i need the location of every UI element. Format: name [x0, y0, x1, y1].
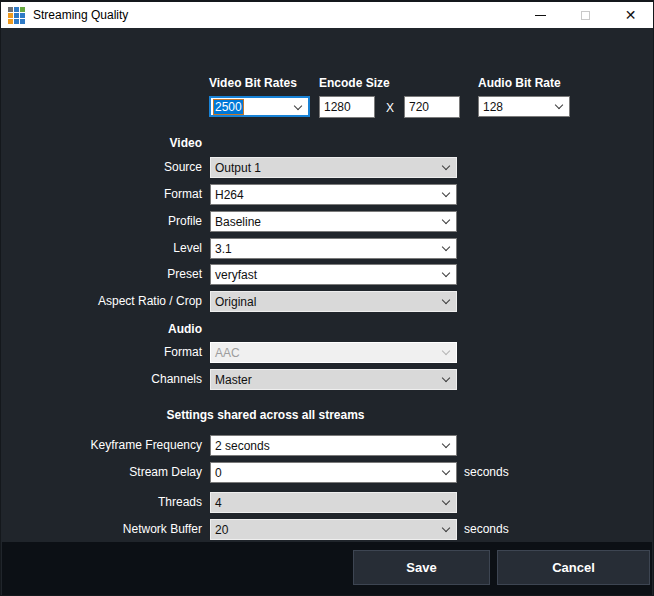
save-button[interactable]: Save: [353, 550, 490, 585]
keyframe-frequency-label: Keyframe Frequency: [2, 435, 202, 456]
audio-bit-rate-combobox[interactable]: 128: [478, 96, 570, 117]
cancel-button[interactable]: Cancel: [497, 550, 650, 585]
stream-delay-suffix: seconds: [464, 462, 509, 483]
source-value: Output 1: [215, 161, 261, 175]
chevron-down-icon[interactable]: [442, 497, 450, 505]
preset-value: veryfast: [215, 268, 257, 282]
audio-format-value: AAC: [215, 346, 240, 360]
title-bar: Streaming Quality ✕: [1, 2, 653, 28]
profile-label: Profile: [2, 211, 202, 232]
network-buffer-suffix: seconds: [464, 519, 509, 540]
keyframe-frequency-value: 2 seconds: [215, 439, 270, 453]
format-label: Format: [2, 184, 202, 205]
video-bit-rates-label: Video Bit Rates: [209, 76, 297, 90]
chevron-down-icon[interactable]: [442, 216, 450, 224]
level-value: 3.1: [215, 242, 232, 256]
channels-combobox[interactable]: Master: [210, 369, 457, 390]
maximize-button: [563, 2, 608, 28]
stream-delay-label: Stream Delay: [2, 462, 202, 483]
stream-delay-combobox[interactable]: 0: [210, 462, 457, 483]
chevron-down-icon[interactable]: [294, 102, 302, 110]
vmix-logo-icon: [8, 7, 25, 24]
video-bit-rate-value: 2500: [214, 100, 243, 114]
format-combobox[interactable]: H264: [210, 184, 457, 205]
aspect-ratio-crop-combobox[interactable]: Original: [210, 291, 457, 312]
dialog-footer: Save Cancel: [2, 542, 652, 595]
level-label: Level: [2, 238, 202, 259]
aspect-ratio-crop-value: Original: [215, 295, 256, 309]
chevron-down-icon[interactable]: [442, 440, 450, 448]
encode-width-input[interactable]: 1280: [319, 96, 375, 118]
profile-value: Baseline: [215, 215, 261, 229]
audio-bit-rate-value: 128: [483, 100, 503, 114]
chevron-down-icon[interactable]: [555, 101, 563, 109]
network-buffer-label: Network Buffer: [2, 519, 202, 540]
audio-bit-rate-label: Audio Bit Rate: [478, 76, 561, 90]
minimize-button[interactable]: [518, 2, 563, 28]
threads-combobox[interactable]: 4: [210, 492, 457, 513]
keyframe-frequency-combobox[interactable]: 2 seconds: [210, 435, 457, 456]
chevron-down-icon[interactable]: [442, 524, 450, 532]
aspect-ratio-crop-label: Aspect Ratio / Crop: [2, 291, 202, 312]
threads-label: Threads: [2, 492, 202, 513]
video-section-header: Video: [2, 136, 202, 150]
source-combobox[interactable]: Output 1: [210, 157, 457, 178]
maximize-icon: [581, 11, 590, 20]
chevron-down-icon[interactable]: [442, 243, 450, 251]
chevron-down-icon[interactable]: [442, 189, 450, 197]
encode-height-value: 720: [409, 100, 429, 114]
chevron-down-icon[interactable]: [442, 162, 450, 170]
channels-label: Channels: [2, 369, 202, 390]
encode-size-separator: X: [386, 101, 394, 115]
threads-value: 4: [215, 496, 222, 510]
window-title: Streaming Quality: [33, 8, 128, 22]
close-button[interactable]: ✕: [608, 2, 653, 28]
network-buffer-value: 20: [215, 523, 228, 537]
audio-format-label: Format: [2, 342, 202, 363]
dialog-body: Video Bit Rates Encode Size Audio Bit Ra…: [2, 30, 652, 542]
audio-section-header: Audio: [2, 322, 202, 336]
encode-size-label: Encode Size: [319, 76, 390, 90]
channels-value: Master: [215, 373, 252, 387]
chevron-down-icon: [442, 347, 450, 355]
stream-delay-value: 0: [215, 466, 222, 480]
video-bit-rate-combobox[interactable]: 2500: [209, 96, 310, 117]
preset-combobox[interactable]: veryfast: [210, 264, 457, 285]
shared-settings-header: Settings shared across all streams: [2, 408, 529, 422]
chevron-down-icon[interactable]: [442, 374, 450, 382]
close-icon: ✕: [625, 8, 637, 22]
streaming-quality-dialog: Streaming Quality ✕ Video Bit Rates Enco…: [0, 0, 654, 596]
profile-combobox[interactable]: Baseline: [210, 211, 457, 232]
audio-format-combobox: AAC: [210, 342, 457, 363]
encode-height-input[interactable]: 720: [404, 96, 460, 118]
chevron-down-icon[interactable]: [442, 467, 450, 475]
encode-width-value: 1280: [324, 100, 351, 114]
minimize-icon: [535, 15, 546, 16]
source-label: Source: [2, 157, 202, 178]
preset-label: Preset: [2, 264, 202, 285]
chevron-down-icon[interactable]: [442, 269, 450, 277]
level-combobox[interactable]: 3.1: [210, 238, 457, 259]
format-value: H264: [215, 188, 244, 202]
window-controls: ✕: [518, 2, 653, 28]
network-buffer-combobox[interactable]: 20: [210, 519, 457, 540]
chevron-down-icon[interactable]: [442, 296, 450, 304]
